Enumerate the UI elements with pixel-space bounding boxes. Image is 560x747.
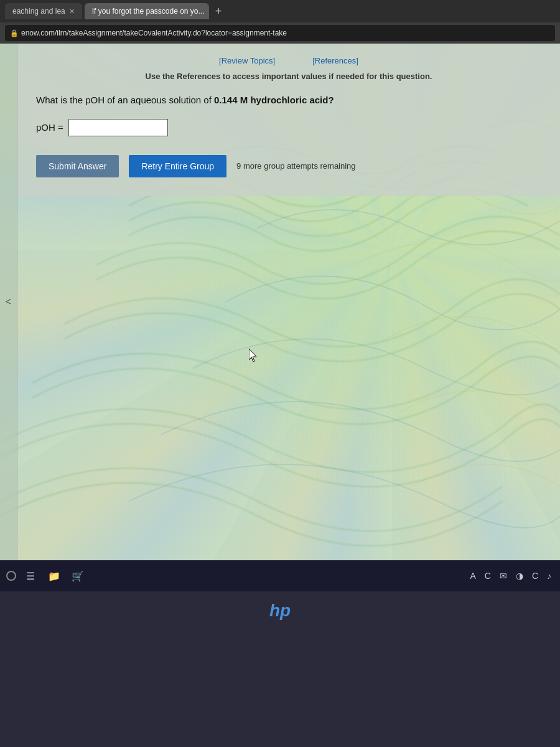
poh-input[interactable]	[68, 119, 168, 136]
browser-chrome: eaching and lea ✕ If you forgot the pass…	[0, 0, 560, 44]
taskbar-icon-music[interactable]: ♪	[544, 568, 554, 583]
taskbar-icon-c1[interactable]: C	[482, 568, 493, 583]
poh-label: pOH =	[36, 122, 63, 133]
question-area: [Review Topics] [References] Use the Ref…	[17, 44, 560, 196]
start-button[interactable]	[6, 571, 16, 581]
attempts-remaining-text: 9 more group attempts remaining	[236, 161, 355, 171]
reference-note: Use the References to access important v…	[36, 72, 541, 81]
address-bar-row: 🔒 enow.com/ilrn/takeAssignment/takeCoval…	[0, 22, 560, 44]
tab-passcode[interactable]: If you forgot the passcode on yo... ✕	[85, 3, 209, 19]
question-text: What is the pOH of an aqueous solution o…	[36, 93, 541, 108]
tab-close-1[interactable]: ✕	[69, 7, 75, 16]
concentration-bold: 0.144 M hydrochloric acid?	[214, 95, 334, 105]
buttons-row: Submit Answer Retry Entire Group 9 more …	[36, 155, 541, 177]
tab-passcode-label: If you forgot the passcode on yo...	[92, 7, 205, 16]
taskbar-icon-edge[interactable]: ◑	[513, 568, 526, 583]
taskbar-icon-a[interactable]: A	[467, 568, 478, 583]
taskbar-icon-store[interactable]: 🛒	[68, 566, 87, 585]
collapse-arrow[interactable]: <	[6, 296, 11, 308]
review-topics-link[interactable]: [Review Topics]	[219, 56, 275, 65]
new-tab-button[interactable]: +	[212, 5, 226, 18]
input-row: pOH =	[36, 119, 541, 136]
tab-close-2[interactable]: ✕	[208, 7, 209, 16]
left-panel: <	[0, 44, 17, 560]
tab-teaching-label: eaching and lea	[12, 7, 65, 16]
tab-teaching[interactable]: eaching and lea ✕	[5, 3, 82, 19]
address-text: enow.com/ilrn/takeAssignment/takeCovalen…	[21, 29, 287, 37]
page-content: < [Review Topics] [References] Use the R…	[0, 44, 560, 560]
retry-entire-group-button[interactable]: Retry Entire Group	[129, 155, 226, 177]
taskbar-icon-mail[interactable]: ✉	[497, 568, 510, 583]
submit-answer-button[interactable]: Submit Answer	[36, 155, 119, 177]
links-row: [Review Topics] [References]	[36, 56, 541, 65]
address-bar[interactable]: 🔒 enow.com/ilrn/takeAssignment/takeCoval…	[5, 25, 555, 41]
taskbar: ☰ 📁 🛒 A C ✉ ◑ C ♪	[0, 560, 560, 591]
taskbar-icon-menu[interactable]: ☰	[21, 566, 40, 585]
taskbar-icon-c2[interactable]: C	[530, 568, 541, 583]
references-link[interactable]: [References]	[312, 56, 358, 65]
lock-icon: 🔒	[10, 29, 19, 37]
laptop-bottom: hp	[0, 591, 560, 747]
hp-logo: hp	[269, 601, 291, 621]
tab-bar: eaching and lea ✕ If you forgot the pass…	[0, 0, 560, 22]
taskbar-right: A C ✉ ◑ C ♪	[467, 568, 554, 583]
taskbar-icon-files[interactable]: 📁	[45, 566, 63, 585]
